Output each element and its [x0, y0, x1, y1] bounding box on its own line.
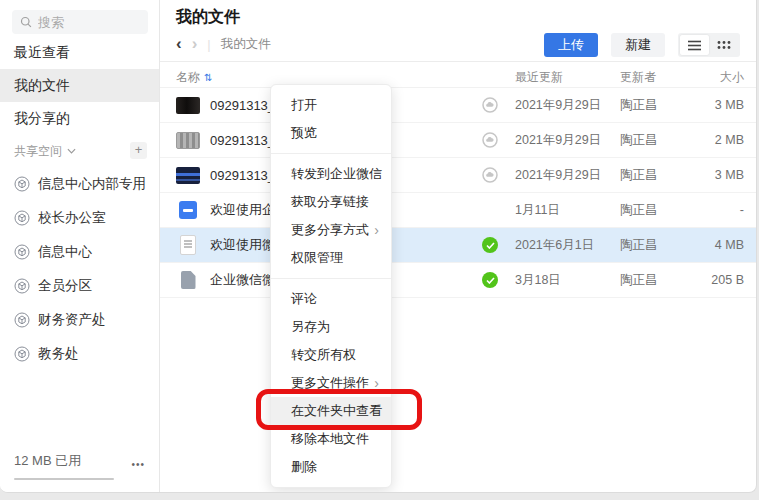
list-view-button[interactable]	[680, 35, 709, 55]
app-root: 最近查看 我的文件 我分享的 共享空间 + 信息中心内部专用	[0, 0, 759, 500]
menu-item-view-in-folder[interactable]: 在文件夹中查看	[271, 397, 391, 425]
space-label: 信息中心	[38, 243, 92, 261]
table-row[interactable]: 09291313_0 2021年9月29日 陶正昌 2 MB	[160, 123, 756, 158]
search-input[interactable]	[38, 15, 128, 30]
sort-icon[interactable]: ⇅	[204, 72, 212, 83]
spaces-list: 信息中心内部专用 校长办公室 信息中心	[0, 167, 159, 371]
image-thumbnail-icon	[176, 132, 200, 149]
space-label: 财务资产处	[38, 311, 106, 329]
file-size: -	[740, 193, 744, 227]
file-updater: 陶正昌	[620, 263, 658, 297]
file-size: 205 B	[711, 263, 744, 297]
cloud-status-icon	[482, 132, 498, 148]
menu-item-label: 更多文件操作	[291, 375, 369, 390]
sidebar-item-space-finance[interactable]: 财务资产处	[0, 303, 159, 337]
sidebar-item-space-all-members[interactable]: 全员分区	[0, 269, 159, 303]
new-button[interactable]: 新建	[611, 33, 665, 57]
sidebar-item-space-info-internal[interactable]: 信息中心内部专用	[0, 167, 159, 201]
column-header-size[interactable]: 大小	[720, 69, 744, 86]
breadcrumb: 我的文件	[221, 36, 271, 53]
main-panel: 我的文件 ‹ › | 我的文件 上传 新建	[160, 0, 756, 492]
space-label: 信息中心内部专用	[38, 175, 146, 193]
space-icon	[14, 210, 30, 226]
cloud-status-icon	[482, 167, 498, 183]
table-row[interactable]: 企业微信微盘 3月18日 陶正昌 205 B	[160, 263, 756, 298]
menu-item-transfer-ownership[interactable]: 转交所有权	[271, 341, 391, 369]
submenu-arrow-icon: ›	[374, 216, 379, 244]
menu-item-preview[interactable]: 预览	[271, 119, 391, 147]
submenu-arrow-icon: ›	[374, 369, 379, 397]
file-updated: 1月11日	[515, 193, 560, 227]
check-status-icon	[482, 272, 498, 288]
document-page-icon	[180, 235, 196, 255]
storage-used-label: 12 MB 已用	[14, 452, 81, 470]
shared-space-label: 共享空间	[14, 143, 62, 160]
grid-view-icon	[717, 40, 731, 50]
space-icon	[14, 176, 30, 192]
upload-button[interactable]: 上传	[544, 33, 598, 57]
space-label: 校长办公室	[38, 209, 106, 227]
file-updated: 2021年9月29日	[515, 123, 601, 157]
search-box[interactable]	[12, 10, 148, 34]
column-header-updater[interactable]: 更新者	[620, 69, 656, 86]
grid-view-button[interactable]	[709, 35, 738, 55]
image-thumbnail-icon	[176, 167, 200, 184]
menu-item-open[interactable]: 打开	[271, 91, 391, 119]
more-options-button[interactable]: •••	[131, 459, 145, 470]
app-window: 最近查看 我的文件 我分享的 共享空间 + 信息中心内部专用	[0, 0, 757, 493]
column-header-updated[interactable]: 最近更新	[515, 69, 563, 86]
toolbar: ‹ › | 我的文件 上传 新建	[160, 30, 756, 62]
list-view-icon	[688, 40, 701, 51]
menu-item-more-share[interactable]: 更多分享方式 ›	[271, 216, 391, 244]
sidebar-item-my-shares[interactable]: 我分享的	[0, 102, 159, 135]
menu-item-label: 更多分享方式	[291, 222, 369, 237]
file-list: 09291313_0 2021年9月29日 陶正昌 3 MB	[160, 88, 756, 298]
file-updated: 3月18日	[515, 263, 561, 297]
file-updater: 陶正昌	[620, 228, 658, 262]
space-icon	[14, 244, 30, 260]
table-row[interactable]: 欢迎使用企业 1月11日 陶正昌 -	[160, 193, 756, 228]
menu-item-permissions[interactable]: 权限管理	[271, 244, 391, 272]
add-space-button[interactable]: +	[130, 142, 147, 159]
table-row-selected[interactable]: 欢迎使用微盘 2021年6月1日 陶正昌 4 MB	[160, 228, 756, 263]
file-size: 3 MB	[715, 158, 744, 192]
chevron-down-icon	[67, 148, 76, 154]
menu-item-more-file-ops[interactable]: 更多文件操作 ›	[271, 369, 391, 397]
sidebar-item-space-info-center[interactable]: 信息中心	[0, 235, 159, 269]
file-updater: 陶正昌	[620, 158, 658, 192]
file-updater: 陶正昌	[620, 88, 658, 122]
back-icon[interactable]: ‹	[176, 34, 182, 54]
file-size: 4 MB	[715, 228, 744, 262]
menu-item-delete[interactable]: 删除	[271, 453, 391, 481]
menu-divider	[271, 153, 391, 154]
table-row[interactable]: 09291313_0 2021年9月29日 陶正昌 3 MB	[160, 158, 756, 193]
search-icon	[20, 16, 32, 28]
menu-item-save-as[interactable]: 另存为	[271, 313, 391, 341]
space-icon	[14, 312, 30, 328]
shared-space-section[interactable]: 共享空间 +	[0, 140, 159, 162]
table-row[interactable]: 09291313_0 2021年9月29日 陶正昌 3 MB	[160, 88, 756, 123]
doc-icon	[181, 271, 196, 289]
sidebar-item-space-principal-office[interactable]: 校长办公室	[0, 201, 159, 235]
forward-icon[interactable]: ›	[192, 34, 198, 54]
sidebar-item-my-files[interactable]: 我的文件	[0, 69, 159, 102]
file-updated: 2021年9月29日	[515, 88, 601, 122]
menu-item-comment[interactable]: 评论	[271, 285, 391, 313]
menu-item-forward-wechat[interactable]: 转发到企业微信	[271, 160, 391, 188]
cloud-status-icon	[482, 97, 498, 113]
name-column-label: 名称	[176, 69, 200, 86]
sidebar-nav: 最近查看 我的文件 我分享的	[0, 36, 159, 135]
menu-item-get-share-link[interactable]: 获取分享链接	[271, 188, 391, 216]
storage-progress-bar	[14, 478, 114, 480]
table-header: 名称 ⇅ 最近更新 更新者 大小	[160, 63, 756, 88]
sidebar-item-recent[interactable]: 最近查看	[0, 36, 159, 69]
file-updated: 2021年6月1日	[515, 228, 594, 262]
page-title: 我的文件	[176, 7, 240, 28]
menu-item-remove-local[interactable]: 移除本地文件	[271, 425, 391, 453]
image-thumbnail-icon	[176, 97, 200, 114]
sidebar-item-space-academic[interactable]: 教务处	[0, 337, 159, 371]
column-header-name[interactable]: 名称 ⇅	[176, 69, 212, 86]
file-size: 3 MB	[715, 88, 744, 122]
file-updater: 陶正昌	[620, 123, 658, 157]
check-status-icon	[482, 237, 498, 253]
